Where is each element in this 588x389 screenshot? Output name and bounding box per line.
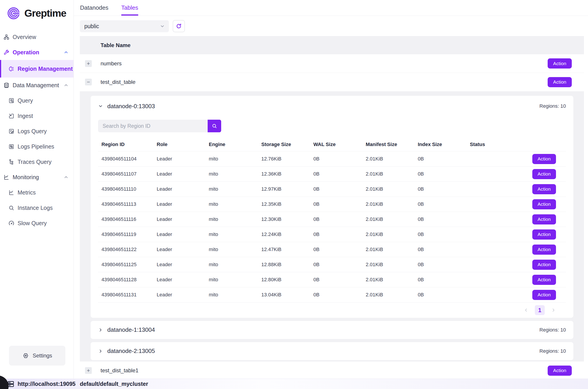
sidebar-item-label: Slow Query — [18, 220, 47, 227]
ingest-icon — [8, 113, 14, 119]
region-search-input[interactable] — [98, 120, 208, 132]
sidebar-item-logs-pipelines[interactable]: Logs Pipelines — [0, 139, 73, 154]
sidebar-group-label: Data Management — [13, 82, 59, 89]
manifest-size-cell: 2.01KiB — [362, 151, 414, 166]
main-panel: Datanodes Tables public — [74, 0, 588, 379]
sidebar-group-data-management[interactable]: Data Management — [0, 78, 73, 93]
wal-size-cell: 0B — [310, 182, 362, 197]
storage-size-cell: 12.35KiB — [258, 197, 310, 212]
wal-size-cell: 0B — [310, 166, 362, 182]
region-action-button[interactable]: Action — [532, 154, 556, 164]
tab-tables[interactable]: Tables — [121, 0, 138, 16]
schema-select-value: public — [84, 23, 99, 30]
greptime-logo-icon — [7, 6, 21, 20]
chevron-up-icon — [64, 175, 68, 180]
expand-button[interactable]: + — [85, 367, 92, 374]
tab-datanodes[interactable]: Datanodes — [80, 0, 108, 16]
toolbar: public — [80, 20, 584, 32]
chevron-down-icon — [160, 24, 165, 29]
datanode-1-header[interactable]: datanode-1:13004 Regions: 10 — [91, 321, 573, 339]
schema-select[interactable]: public — [80, 20, 169, 32]
table-action-button[interactable]: Action — [548, 58, 572, 68]
cluster-name[interactable]: default/default_mycluster — [80, 381, 148, 387]
chevron-left-icon[interactable] — [523, 308, 528, 313]
page-number[interactable]: 1 — [535, 305, 545, 315]
region-action-button[interactable]: Action — [532, 245, 556, 255]
server-url[interactable]: http://localhost:19095 — [18, 381, 75, 387]
region-table-row: 4398046511119 Leader mito 12.24KiB 0B 2.… — [98, 227, 566, 242]
region-action-button[interactable]: Action — [532, 229, 556, 240]
engine-cell: mito — [205, 287, 258, 302]
chevron-down-icon — [98, 104, 103, 109]
refresh-button[interactable] — [173, 20, 185, 32]
table-row-test-dist-table: − test_dist_table Action — [80, 73, 584, 91]
role-cell: Leader — [153, 287, 205, 302]
datanode-2-header[interactable]: datanode-2:13005 Regions: 10 — [91, 342, 573, 360]
sidebar-item-region-management[interactable]: Region Management — [0, 60, 73, 78]
sidebar-item-ingest[interactable]: Ingest — [0, 108, 73, 124]
status-cell — [466, 227, 523, 242]
wal-size-cell: 0B — [310, 242, 362, 257]
region-action-button[interactable]: Action — [532, 199, 556, 209]
chevron-right-icon — [98, 349, 103, 354]
sidebar-item-traces-query[interactable]: Traces Query — [0, 154, 73, 169]
table-action-button[interactable]: Action — [548, 77, 572, 87]
manifest-size-cell: 2.01KiB — [362, 182, 414, 197]
region-table-row: 4398046511116 Leader mito 12.30KiB 0B 2.… — [98, 212, 566, 227]
chart-icon — [3, 174, 9, 180]
datanodes-expanded-section: datanode-0:13003 Regions: 10 — [80, 91, 584, 361]
wal-size-cell: 0B — [310, 212, 362, 227]
brand-logo[interactable]: Greptime — [0, 0, 73, 23]
sidebar-item-label: Logs Pipelines — [18, 143, 54, 150]
datanode-0-header[interactable]: datanode-0:13003 Regions: 10 — [98, 101, 566, 111]
sidebar-item-instance-logs[interactable]: Instance Logs — [0, 200, 73, 215]
brand-name: Greptime — [24, 7, 66, 19]
index-size-cell: 0B — [414, 166, 466, 182]
region-action-button[interactable]: Action — [532, 275, 556, 285]
region-id-cell: 4398046511119 — [98, 227, 153, 242]
sidebar-item-overview[interactable]: Overview — [0, 29, 73, 45]
engine-cell: mito — [205, 272, 258, 287]
expand-button[interactable]: + — [85, 60, 92, 67]
datanode-0-card: datanode-0:13003 Regions: 10 — [91, 96, 573, 318]
region-branch-icon — [8, 65, 14, 72]
role-cell: Leader — [153, 197, 205, 212]
table-action-button[interactable]: Action — [548, 366, 572, 376]
region-action-button[interactable]: Action — [532, 260, 556, 270]
tab-bar: Datanodes Tables — [74, 0, 588, 16]
role-cell: Leader — [153, 151, 205, 166]
sidebar-group-monitoring[interactable]: Monitoring — [0, 169, 73, 185]
settings-button[interactable]: Settings — [9, 346, 65, 366]
region-table-row: 4398046511104 Leader mito 12.76KiB 0B 2.… — [98, 151, 566, 166]
region-table: Region ID Role Engine Storage Size WAL S… — [98, 138, 566, 302]
region-search — [98, 120, 566, 132]
database-icon — [3, 82, 9, 88]
region-action-button[interactable]: Action — [532, 184, 556, 194]
storage-size-cell: 12.88KiB — [258, 257, 310, 272]
region-table-header-row: Region ID Role Engine Storage Size WAL S… — [98, 138, 566, 151]
status-cell — [466, 151, 523, 166]
chevron-right-icon[interactable] — [551, 308, 556, 313]
sidebar-group-operation[interactable]: Operation — [0, 45, 73, 60]
sidebar-item-logs-query[interactable]: Logs Query — [0, 124, 73, 139]
manifest-size-cell: 2.01KiB — [362, 287, 414, 302]
status-cell — [466, 287, 523, 302]
region-action-button[interactable]: Action — [532, 290, 556, 300]
sidebar-item-slow-query[interactable]: Slow Query — [0, 215, 73, 231]
status-cell — [466, 272, 523, 287]
sidebar-item-label: Ingest — [18, 113, 33, 119]
sidebar-item-query[interactable]: Query — [0, 93, 73, 108]
role-cell: Leader — [153, 166, 205, 182]
sidebar-item-metrics[interactable]: Metrics — [0, 185, 73, 200]
index-size-cell: 0B — [414, 182, 466, 197]
datanode-1-card: datanode-1:13004 Regions: 10 — [91, 321, 573, 339]
region-search-button[interactable] — [208, 120, 221, 132]
status-cell — [466, 166, 523, 182]
collapse-button[interactable]: − — [85, 79, 92, 85]
wal-size-cell: 0B — [310, 227, 362, 242]
engine-cell: mito — [205, 227, 258, 242]
wal-size-cell: 0B — [310, 151, 362, 166]
region-action-button[interactable]: Action — [532, 169, 556, 179]
region-action-button[interactable]: Action — [532, 214, 556, 225]
index-size-cell: 0B — [414, 151, 466, 166]
